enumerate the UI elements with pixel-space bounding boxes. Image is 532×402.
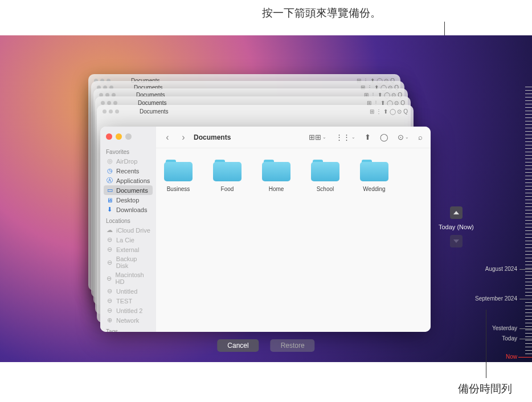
disk-icon: ⊖ — [106, 246, 113, 253]
apps-icon: Ⓐ — [106, 177, 113, 184]
sidebar-item-label: Untitled — [116, 288, 137, 295]
sidebar-item-backup-disk[interactable]: ⊖Backup Disk — [104, 254, 153, 270]
sidebar-item-label: Downloads — [116, 206, 147, 213]
time-machine-desktop: Documents⊞ ⋮ ⬆ ◯ ⊙ Q Documents⊞ ⋮ ⬆ ◯ ⊙ … — [0, 35, 532, 362]
close-icon[interactable] — [106, 133, 112, 140]
sidebar-item-recents[interactable]: ◷Recents — [104, 166, 153, 176]
clock-icon: ◷ — [106, 167, 113, 174]
sidebar-section-locations: Locations — [106, 218, 150, 224]
nav-down-button[interactable] — [450, 235, 463, 247]
toolbar: ‹ › Documents ⊞⊞⌄ ⋮⋮⌄ ⬆ ◯ ⊙⌄ ⌕ — [156, 127, 431, 148]
folder-icon — [360, 160, 388, 182]
sidebar-section-favorites: Favorites — [106, 149, 150, 155]
sidebar: Favorites ◎AirDrop◷RecentsⒶApplications▭… — [100, 127, 156, 332]
sidebar-item-airdrop[interactable]: ◎AirDrop — [104, 156, 153, 166]
sidebar-item-macintosh-hd[interactable]: ⊖Macintosh HD — [104, 270, 153, 286]
sidebar-item-label: Desktop — [116, 197, 139, 204]
sidebar-item-label: TEST — [116, 298, 132, 304]
folder-icon — [213, 160, 242, 182]
timeline-label: Yesterday — [492, 325, 517, 331]
timeline-label: Now — [506, 354, 517, 360]
sidebar-item-label: External — [116, 246, 139, 253]
folder-label: Wedding — [363, 186, 385, 192]
chevron-up-icon — [453, 211, 459, 214]
sidebar-item-la-cie[interactable]: ⊖La Cie — [104, 235, 153, 245]
callout-arrows: 按一下箭頭來導覽備份。 — [262, 6, 381, 21]
sidebar-item-label: Backup Disk — [116, 255, 150, 269]
cancel-button[interactable]: Cancel — [217, 339, 259, 352]
folder-label: Food — [221, 186, 234, 192]
sidebar-item-label: Documents — [116, 187, 148, 194]
back-button[interactable]: ‹ — [162, 132, 173, 143]
chevron-down-icon — [453, 239, 459, 243]
window-controls[interactable] — [104, 131, 153, 145]
globe-icon: ⊕ — [106, 316, 113, 324]
backup-navigation: Today (Now) — [439, 206, 474, 247]
timeline-tick[interactable] — [519, 339, 532, 339]
folder-food[interactable]: Food — [211, 160, 244, 192]
timeline-tick[interactable] — [519, 328, 532, 329]
sidebar-item-label: Macintosh HD — [116, 271, 150, 285]
nav-up-button[interactable] — [450, 206, 463, 219]
timeline-label: Today — [502, 335, 517, 342]
folder-icon — [311, 160, 339, 182]
maximize-icon[interactable] — [125, 133, 132, 140]
sidebar-item-label: AirDrop — [116, 158, 137, 165]
folder-school[interactable]: School — [309, 160, 342, 192]
disk-icon: ⊖ — [106, 307, 113, 314]
desktop-icon: 🖥 — [106, 196, 113, 204]
doc-icon: ▭ — [106, 186, 113, 194]
sidebar-item-network[interactable]: ⊕Network — [104, 315, 153, 325]
content-area: ‹ › Documents ⊞⊞⌄ ⋮⋮⌄ ⬆ ◯ ⊙⌄ ⌕ BusinessF… — [156, 127, 431, 332]
sidebar-item-external[interactable]: ⊖External — [104, 245, 153, 254]
search-button[interactable]: ⌕ — [416, 132, 425, 143]
folder-business[interactable]: Business — [162, 160, 195, 192]
timeline-tick[interactable] — [519, 269, 532, 270]
disk-icon: ⊖ — [106, 275, 113, 282]
callout-timeline: 備份時間列 — [458, 381, 512, 396]
sidebar-item-test[interactable]: ⊖TEST — [104, 296, 153, 306]
folder-label: Business — [167, 186, 190, 192]
timeline-tick[interactable] — [519, 299, 532, 299]
action-buttons: Cancel Restore — [217, 339, 314, 352]
action-button[interactable]: ⊙⌄ — [395, 132, 411, 143]
folder-grid: BusinessFoodHomeSchoolWedding — [156, 148, 431, 332]
sidebar-item-applications[interactable]: ⒶApplications — [104, 176, 153, 185]
minimize-icon[interactable] — [116, 133, 122, 140]
timeline-label: August 2024 — [485, 266, 517, 272]
timeline-tick[interactable] — [518, 357, 532, 358]
sidebar-item-label: Untitled 2 — [116, 307, 142, 314]
cloud-icon: ☁ — [106, 226, 113, 234]
folder-home[interactable]: Home — [260, 160, 293, 192]
share-button[interactable]: ⬆ — [362, 132, 373, 143]
restore-button[interactable]: Restore — [271, 339, 315, 352]
sidebar-item-untitled[interactable]: ⊖Untitled — [104, 286, 153, 296]
folder-label: School — [317, 186, 334, 192]
sidebar-item-desktop[interactable]: 🖥Desktop — [104, 195, 153, 205]
sidebar-item-downloads[interactable]: ⬇Downloads — [104, 205, 153, 214]
backup-timeline[interactable]: August 2024September 2024YesterdayTodayN… — [485, 52, 532, 343]
current-backup-label: Today (Now) — [439, 224, 474, 230]
folder-wedding[interactable]: Wedding — [358, 160, 391, 192]
sidebar-item-label: Network — [116, 317, 139, 324]
sidebar-item-documents[interactable]: ▭Documents — [104, 185, 153, 195]
finder-window: Favorites ◎AirDrop◷RecentsⒶApplications▭… — [100, 127, 431, 332]
callout-line-bottom — [486, 310, 486, 378]
view-icon-button[interactable]: ⊞⊞⌄ — [306, 132, 329, 143]
folder-icon — [164, 160, 193, 182]
sidebar-item-untitled-2[interactable]: ⊖Untitled 2 — [104, 306, 153, 315]
sidebar-item-label: Recents — [116, 168, 139, 174]
forward-button[interactable]: › — [178, 132, 189, 143]
tag-button[interactable]: ◯ — [378, 132, 391, 143]
group-button[interactable]: ⋮⋮⌄ — [333, 132, 358, 143]
sidebar-section-tags: Tags — [106, 328, 150, 332]
sidebar-item-label: Applications — [116, 177, 150, 184]
downloads-icon: ⬇ — [106, 206, 113, 213]
window-title: Documents — [194, 133, 231, 141]
sidebar-item-icloud-drive[interactable]: ☁iCloud Drive — [104, 225, 153, 235]
sidebar-item-label: La Cie — [116, 237, 134, 243]
disk-icon: ⊖ — [106, 236, 113, 243]
disk-icon: ⊖ — [106, 297, 113, 304]
folder-icon — [262, 160, 290, 182]
airdrop-icon: ◎ — [106, 157, 113, 165]
